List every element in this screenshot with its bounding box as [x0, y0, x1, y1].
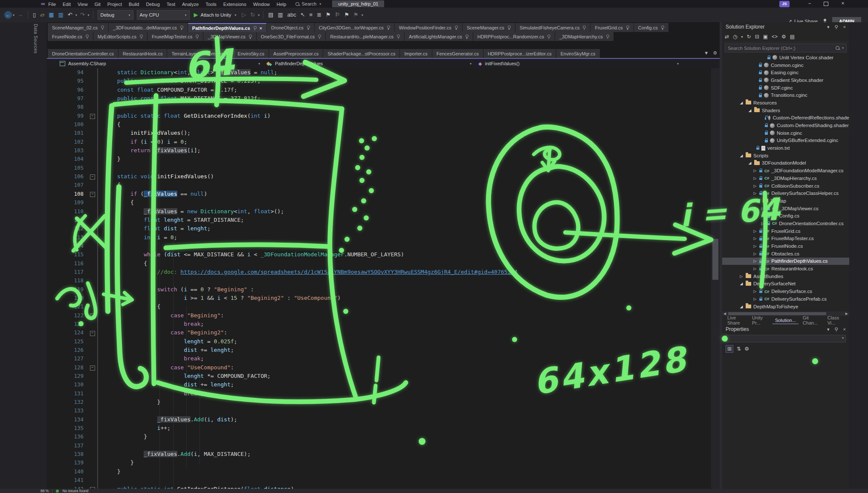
tree-item-shaders[interactable]: ◢Shaders	[722, 107, 849, 114]
tree-item-version-txt[interactable]: version.txt	[722, 144, 849, 152]
pin-icon[interactable]	[195, 35, 199, 39]
document-tab--3dmapviewer-cs[interactable]: _3DMapViewer.cs	[203, 32, 256, 41]
tree-item-custom-deferredshading-shader[interactable]: Custom-DeferredShading.shader	[722, 122, 849, 129]
expand-icon[interactable]: ▷	[753, 267, 757, 271]
tool-window-tab-class-vi-[interactable]: Class Vi...	[825, 314, 847, 326]
fold-toggle-icon[interactable]: −	[90, 365, 95, 371]
tree-item-transitions-cginc[interactable]: Transitions.cginc	[722, 91, 849, 99]
close-button[interactable]: ×	[836, 0, 850, 8]
document-tab-fruxelnode-cs[interactable]: FruxelNode.cs	[48, 32, 93, 41]
document-tab-config-cs[interactable]: Config.cs	[634, 23, 668, 32]
undo-dropdown-icon[interactable]: ▾	[75, 13, 78, 17]
fold-toggle-icon[interactable]: −	[90, 174, 95, 180]
pin-icon[interactable]	[396, 35, 400, 39]
document-tab-restauranthook-cs[interactable]: RestaurantHook.cs	[119, 49, 167, 58]
tree-item-easing-cginc[interactable]: Easing.cginc	[722, 69, 849, 76]
maximize-button[interactable]	[819, 0, 833, 8]
tree-item-custom-deferredreflections-shade[interactable]: Custom-DeferredReflections.shade	[722, 114, 849, 122]
redo-dropdown-icon[interactable]: ▾	[87, 13, 90, 17]
history-dropdown-icon[interactable]: ▾	[741, 35, 743, 39]
fold-toggle-icon[interactable]: −	[90, 313, 95, 319]
property-pages-icon[interactable]: ⚙	[744, 346, 749, 352]
expand-icon[interactable]: ▷	[753, 168, 757, 173]
pin-icon[interactable]	[307, 26, 310, 30]
pane-dropdown-icon[interactable]: ▾	[827, 24, 830, 30]
pin-icon[interactable]	[626, 26, 629, 30]
menu-git[interactable]: Git	[91, 2, 104, 7]
alphabetical-icon[interactable]: ⇅	[737, 346, 741, 352]
expand-icon[interactable]: ▷	[753, 259, 757, 263]
expand-icon[interactable]: ▷	[753, 191, 757, 195]
tool-window-tab-solution-[interactable]: Solution...	[773, 317, 799, 324]
tree-item-fruxelnode-cs[interactable]: ▷C#FruxelNode.cs	[722, 242, 849, 250]
tool-window-tab-git-chan-[interactable]: Git Chan...	[800, 314, 823, 326]
tab-overflow-icon[interactable]: ▼	[704, 50, 709, 56]
document-tab-pathfinderdepthvalues-cs[interactable]: PathfinderDepthValues.cs×	[188, 23, 266, 32]
menu-extensions[interactable]: Extensions	[220, 2, 250, 7]
pane-dropdown-icon[interactable]: ▾	[827, 327, 830, 332]
tree-item-unlit-vertex-color-shader[interactable]: Unlit Vertex Color.shader	[722, 54, 849, 61]
document-tab-droneobject-cs[interactable]: DroneObject.cs	[267, 23, 314, 32]
pane-pin-icon[interactable]: ⚲	[835, 24, 838, 30]
collapse-icon[interactable]: ◢	[739, 281, 744, 286]
back-dropdown-icon[interactable]: ▾	[12, 13, 15, 17]
expand-icon[interactable]: ▷	[753, 244, 757, 248]
tree-item-deliverysurfacenet[interactable]: ◢DeliverySurfaceNet	[722, 280, 849, 288]
document-tab-onesec3d-fileformat-cs[interactable]: OneSec3D_FileFormat.cs	[257, 32, 326, 41]
search-options-icon[interactable]: ▾	[842, 46, 844, 50]
tree-item-assetbundles[interactable]: ▷AssetBundles	[722, 273, 849, 280]
pin-icon[interactable]	[180, 26, 183, 30]
scrollbar-thumb[interactable]	[728, 312, 826, 315]
tree-item-depthmaptofisheye[interactable]: ◢DepthMapToFisheye	[722, 303, 849, 310]
save-all-icon[interactable]: ▥	[56, 9, 65, 21]
menu-window[interactable]: Window	[250, 2, 273, 7]
undo-icon[interactable]: ↶	[66, 9, 75, 21]
history-icon[interactable]: ◷	[733, 34, 737, 40]
code-view-icon[interactable]: <>	[772, 34, 778, 40]
fold-toggle-icon[interactable]: −	[90, 331, 95, 336]
health-check-icon[interactable]	[56, 490, 59, 493]
tree-item--3dmaphierarchy-cs[interactable]: ▷C#_3DMapHierarchy.cs	[722, 174, 849, 182]
search-dropdown-icon[interactable]: ▾	[318, 2, 322, 6]
document-tab-envirosky-cs[interactable]: EnviroSky.cs	[233, 49, 269, 58]
tree-item-collisionsubscriber-cs[interactable]: ▷C#CollisionSubscriber.cs	[722, 182, 849, 190]
pin-icon[interactable]	[387, 26, 390, 30]
find-in-files-icon[interactable]: ▤	[266, 9, 275, 21]
search-control[interactable]: Search ▾	[295, 1, 322, 6]
menu-view[interactable]: View	[74, 2, 91, 7]
document-tab-scenemanager-02-cs[interactable]: SceneManager_02.cs	[48, 23, 108, 32]
debug-target-combo[interactable]: Debug▾	[98, 10, 133, 20]
solution-name[interactable]: unity_proj_hdrp_01	[332, 0, 384, 7]
select-cursor-icon[interactable]: ↖	[298, 9, 307, 21]
document-tab-terrainlayerrandomizer-cs[interactable]: TerrainLayerRandomizer.cs	[167, 49, 233, 58]
collapse-icon[interactable]: ◢	[748, 161, 752, 165]
scrollbar-thumb[interactable]	[712, 239, 718, 280]
pin-icon[interactable]	[465, 35, 469, 39]
tree-item-unitygbufferextended-cginc[interactable]: UnityGBufferExtended.cginc	[722, 137, 849, 145]
pin-icon[interactable]	[606, 35, 609, 39]
preview-icon[interactable]: ▤	[790, 34, 795, 40]
navigate-forward-icon[interactable]: →	[15, 9, 25, 21]
bookmark-next-icon[interactable]: ⚑	[342, 9, 351, 21]
pin-icon[interactable]	[318, 35, 321, 39]
document-tab-hdrppostproc-randomizer-cs[interactable]: HDRPPostproc...Randomizer.cs	[473, 32, 555, 41]
line-comment-icon[interactable]: ≡	[307, 9, 315, 21]
pin-icon[interactable]	[547, 35, 550, 39]
indent-icon[interactable]: ≣	[315, 9, 324, 21]
menu-help[interactable]: Help	[273, 2, 290, 7]
menu-file[interactable]: File	[45, 2, 59, 7]
attach-dropdown-icon[interactable]: ▾	[234, 13, 237, 17]
solution-search-input[interactable]: Search Solution Explorer (Ctrl+;) ▾	[725, 44, 847, 52]
tree-item-sdf-cginc[interactable]: SDF.cginc	[722, 84, 849, 92]
document-tab-myeditorscripts-cs[interactable]: MyEditorScripts.cs	[93, 32, 147, 41]
bookmark-clear-icon[interactable]: ⚑	[351, 9, 361, 21]
code-editor[interactable]: 94 static Dictionary<int, float> _fixVal…	[47, 68, 711, 489]
bookmark-icon[interactable]: ⚑	[324, 9, 333, 21]
tree-item-config-cs[interactable]: ▷C#Config.cs	[722, 212, 849, 220]
tool-window-tab-live-share[interactable]: Live Share	[725, 314, 748, 326]
pin-icon[interactable]	[454, 26, 458, 30]
menu-build[interactable]: Build	[125, 2, 142, 7]
document-tab-restaurantho-plemanager-cs[interactable]: RestaurantHo...pleManager.cs	[326, 32, 404, 41]
document-tab-windowpositionfinder-cs[interactable]: WindowPositionFinder.cs	[395, 23, 462, 32]
properties-object-combo[interactable]: ▾	[726, 335, 846, 342]
